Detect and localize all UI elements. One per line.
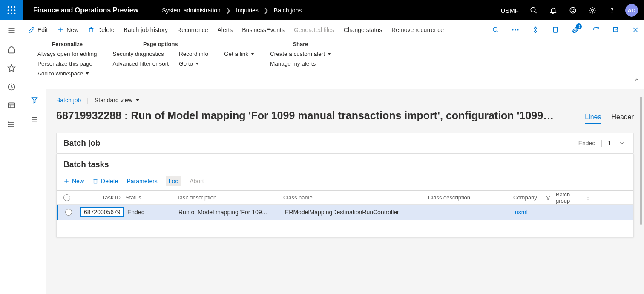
description-cell: Run of Model mapping 'For 109… [177,209,283,216]
col-status[interactable]: Status [124,194,175,201]
delete-label: Delete [97,26,114,33]
view-selector[interactable]: Standard view [95,97,139,104]
card-count: 1 [601,140,617,147]
tasks-log-button[interactable]: Log [166,176,181,186]
smile-icon[interactable] [563,0,583,20]
create-custom-alert[interactable]: Create a custom alert [270,51,331,57]
tasks-parameters-button[interactable]: Parameters [126,178,157,184]
advanced-filter[interactable]: Advanced filter or sort [113,61,169,67]
breadcrumb-item[interactable]: Inquiries [236,7,259,14]
more-columns-icon[interactable]: ⋮ [585,194,595,201]
always-open-editing[interactable]: Always open for editing [37,51,97,57]
svg-line-10 [535,11,537,13]
row-select[interactable] [65,209,72,216]
star-icon[interactable] [7,64,16,72]
edit-button[interactable]: Edit [28,26,48,33]
go-to[interactable]: Go to [179,61,208,67]
tab-header[interactable]: Header [612,113,634,123]
app-launcher-icon[interactable] [0,0,23,20]
tab-lines[interactable]: Lines [585,113,601,124]
business-events-button[interactable]: BusinessEvents [242,26,285,33]
tasks-title: Batch tasks [57,154,633,173]
batch-history-button[interactable]: Batch job history [124,26,168,33]
modules-icon[interactable] [7,120,16,129]
remove-recurrence-button[interactable]: Remove recurrence [391,26,444,33]
office-icon[interactable] [552,26,559,34]
search-icon[interactable] [492,26,499,33]
svg-rect-37 [553,27,557,32]
search-icon[interactable] [524,0,543,20]
svg-point-3 [8,9,9,11]
tasks-grid: Task ID Status Task description Class na… [57,190,633,220]
svg-point-6 [8,13,9,14]
tasks-delete-button[interactable]: Delete [92,178,118,184]
change-status-button[interactable]: Change status [344,26,382,33]
alerts-button[interactable]: Alerts [217,26,233,33]
left-nav-rail [0,20,23,294]
col-class-name[interactable]: Class name [282,194,426,201]
breadcrumb-item[interactable]: System administration [162,7,221,14]
col-task-description[interactable]: Task description [175,194,282,201]
svg-point-34 [512,29,513,30]
svg-point-36 [517,29,518,30]
filter-icon[interactable] [31,96,38,104]
clock-icon[interactable] [7,83,16,91]
svg-point-4 [11,9,12,11]
menu-icon[interactable] [7,26,16,35]
refresh-icon[interactable] [592,26,600,34]
new-button[interactable]: New [57,26,78,33]
workspace-icon[interactable] [7,101,16,110]
gear-icon[interactable] [583,0,602,20]
col-class-description[interactable]: Class description [426,194,512,201]
manage-my-alerts[interactable]: Manage my alerts [270,61,331,67]
col-batch-group[interactable]: Batch group⋮ [554,191,597,204]
tasks-abort-button: Abort [190,178,204,184]
breadcrumb-item[interactable]: Batch jobs [274,7,302,14]
svg-point-0 [8,6,9,8]
tasks-new-button[interactable]: New [63,178,84,184]
class-name-cell: ERModelMappingDestinationRunController [283,209,428,216]
status-cell: Ended [126,209,177,216]
table-row[interactable]: 68720005679 Ended Run of Model mapping '… [57,205,633,220]
close-icon[interactable] [632,26,639,33]
delete-button[interactable]: Delete [88,26,114,33]
col-task-id[interactable]: Task ID [77,194,124,201]
svg-point-32 [493,27,497,31]
record-info[interactable]: Record info [179,51,208,57]
company-selector[interactable]: USMF [496,7,524,14]
card-status: Ended [578,140,595,147]
home-icon[interactable] [7,45,16,54]
edit-label: Edit [37,26,48,33]
help-icon[interactable] [602,0,622,20]
add-to-workspace[interactable]: Add to workspace [37,70,97,77]
task-id-cell[interactable]: 68720005679 [80,207,124,217]
attach-icon[interactable]: 0 [572,26,579,34]
batch-job-link[interactable]: Batch job [56,97,81,104]
overflow-icon[interactable] [512,29,519,31]
scrollbar[interactable] [640,97,642,225]
col-company[interactable]: Company … [512,194,554,201]
personalize-page[interactable]: Personalize this page [37,61,97,67]
chevron-down-icon[interactable] [617,140,627,146]
recurrence-button[interactable]: Recurrence [177,26,208,33]
diamond-icon[interactable] [532,26,539,34]
card-title: Batch job [63,138,101,148]
new-label: New [66,26,78,33]
content-main: Batch job | Standard view 68719932288 : … [46,89,644,294]
ribbon-group-title: Page options [113,41,208,47]
batch-tasks-card: Batch tasks New Delete Parameters Log Ab… [56,154,634,237]
bell-icon[interactable] [543,0,563,20]
avatar[interactable]: AD [625,4,638,17]
svg-point-15 [612,12,612,12]
svg-point-9 [531,7,535,12]
company-cell[interactable]: usmf [513,209,556,216]
filter-icon[interactable] [546,195,551,200]
popout-icon[interactable] [612,26,619,33]
related-info-icon[interactable] [31,115,38,123]
svg-point-28 [9,124,9,125]
svg-marker-47 [546,196,550,200]
security-diagnostics[interactable]: Security diagnostics [113,51,169,57]
get-a-link[interactable]: Get a link [224,51,254,57]
select-all[interactable] [63,194,70,201]
collapse-ribbon-icon[interactable] [634,77,640,83]
